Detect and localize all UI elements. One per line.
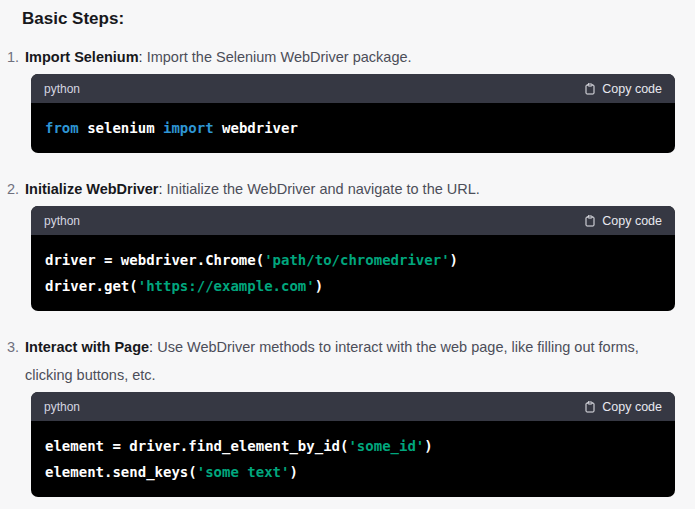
step-description: Import the Selenium WebDriver package. — [147, 49, 412, 65]
step-number: 1. — [7, 43, 19, 71]
step-text: 3.Interact with Page: Use WebDriver meth… — [25, 333, 675, 389]
step-text: 2.Initialize WebDriver: Initialize the W… — [25, 175, 675, 203]
clipboard-icon — [584, 214, 596, 228]
copy-code-label: Copy code — [602, 214, 662, 228]
code-token-plain: driver.get( — [45, 278, 138, 294]
code-line: element = driver.find_element_by_id('som… — [45, 433, 661, 459]
step-separator: : — [159, 181, 167, 197]
step-label: Interact with Page — [25, 339, 149, 355]
step-separator: : — [149, 339, 157, 355]
code-content: driver = webdriver.Chrome('path/to/chrom… — [31, 235, 675, 311]
code-content: element = driver.find_element_by_id('som… — [31, 421, 675, 497]
code-header: python Copy code — [31, 206, 675, 235]
code-token-string: 'https://example.com' — [138, 278, 315, 294]
step-paragraph: Interact with Page: Use WebDriver method… — [25, 333, 675, 389]
code-line: from selenium import webdriver — [45, 115, 661, 141]
step-item: 2.Initialize WebDriver: Initialize the W… — [25, 175, 675, 311]
copy-code-button[interactable]: Copy code — [584, 400, 662, 414]
code-block: python Copy code driver = webdriver.Chro… — [31, 206, 675, 311]
code-line: driver.get('https://example.com') — [45, 273, 661, 299]
code-token-plain: ) — [424, 438, 432, 454]
step-separator: : — [139, 49, 147, 65]
copy-code-button[interactable]: Copy code — [584, 214, 662, 228]
code-content: from selenium import webdriver — [31, 103, 675, 153]
language-label: python — [44, 82, 80, 96]
step-description: Initialize the WebDriver and navigate to… — [167, 181, 480, 197]
code-token-plain: driver = webdriver.Chrome( — [45, 252, 264, 268]
step-item: 3.Interact with Page: Use WebDriver meth… — [25, 333, 675, 497]
clipboard-icon — [584, 400, 596, 414]
language-label: python — [44, 214, 80, 228]
step-paragraph: Import Selenium: Import the Selenium Web… — [25, 43, 412, 71]
code-header: python Copy code — [31, 392, 675, 421]
step-label: Initialize WebDriver — [25, 181, 159, 197]
code-token-keyword: import — [163, 120, 214, 136]
steps-list: 1.Import Selenium: Import the Selenium W… — [25, 43, 675, 497]
step-label: Import Selenium — [25, 49, 139, 65]
copy-code-label: Copy code — [602, 400, 662, 414]
step-paragraph: Initialize WebDriver: Initialize the Web… — [25, 175, 480, 203]
code-token-plain: ) — [315, 278, 323, 294]
code-token-plain: element.send_keys( — [45, 464, 197, 480]
code-header: python Copy code — [31, 74, 675, 103]
code-token-string: 'path/to/chromedriver' — [264, 252, 449, 268]
language-label: python — [44, 400, 80, 414]
step-text: 1.Import Selenium: Import the Selenium W… — [25, 43, 675, 71]
page-title: Basic Steps: — [22, 8, 675, 29]
clipboard-icon — [584, 82, 596, 96]
copy-code-button[interactable]: Copy code — [584, 82, 662, 96]
code-token-plain: ) — [289, 464, 297, 480]
code-token-plain: ) — [450, 252, 458, 268]
code-line: driver = webdriver.Chrome('path/to/chrom… — [45, 247, 661, 273]
code-line: element.send_keys('some text') — [45, 459, 661, 485]
code-token-keyword: from — [45, 120, 79, 136]
step-item: 1.Import Selenium: Import the Selenium W… — [25, 43, 675, 153]
copy-code-label: Copy code — [602, 82, 662, 96]
code-token-plain: selenium — [79, 120, 163, 136]
code-block: python Copy code element = driver.find_e… — [31, 392, 675, 497]
code-token-plain: webdriver — [214, 120, 298, 136]
step-number: 3. — [7, 333, 19, 361]
code-block: python Copy code from selenium import we… — [31, 74, 675, 153]
code-token-plain: element = driver.find_element_by_id( — [45, 438, 348, 454]
code-token-string: 'some_id' — [348, 438, 424, 454]
step-number: 2. — [7, 175, 19, 203]
code-token-string: 'some text' — [197, 464, 290, 480]
